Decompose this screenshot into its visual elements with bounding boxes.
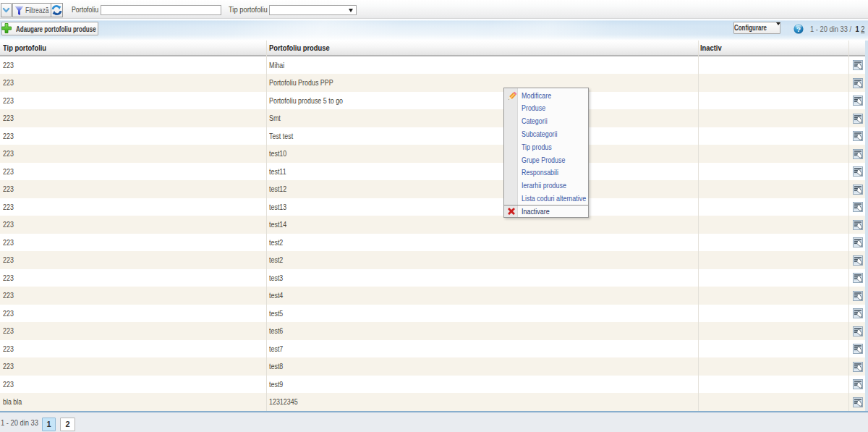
svg-text:?: ?	[796, 25, 801, 33]
